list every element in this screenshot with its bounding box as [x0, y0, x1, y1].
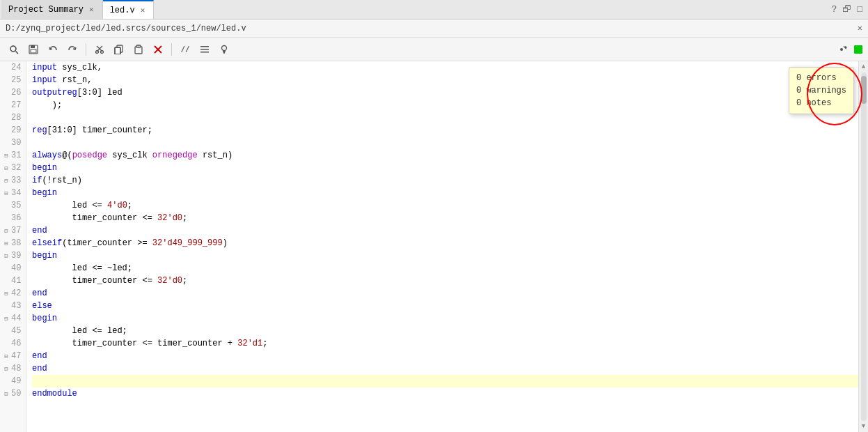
tab-label: Project Summary: [8, 5, 84, 15]
code-line[interactable]: end: [32, 350, 858, 362]
copy-button[interactable]: [111, 41, 127, 58]
tab-led-v[interactable]: led.v ✕: [103, 0, 155, 19]
code-line[interactable]: else: [32, 300, 858, 312]
code-line[interactable]: [32, 137, 858, 149]
fold-icon[interactable]: ⊟: [3, 290, 10, 297]
tab-project-summary[interactable]: Project Summary ✕: [1, 0, 103, 19]
code-line[interactable]: always@(posedge sys_clk or negedge rst_n…: [32, 149, 858, 162]
fold-icon: [3, 64, 10, 71]
line-number-row: 25: [0, 74, 26, 86]
fold-icon[interactable]: ⊟: [3, 353, 10, 360]
line-number-row: 49: [0, 375, 26, 387]
svg-line-1: [16, 51, 19, 54]
settings-button[interactable]: [833, 41, 850, 58]
fold-icon: [3, 89, 10, 96]
maximize-icon[interactable]: □: [857, 4, 862, 15]
fold-icon: [3, 139, 10, 146]
fold-icon: [3, 378, 10, 385]
restore-icon[interactable]: 🗗: [842, 4, 851, 15]
tab-close-project-summary[interactable]: ✕: [88, 4, 95, 15]
paste-button[interactable]: [130, 41, 147, 58]
help-icon[interactable]: ?: [831, 4, 837, 15]
comment-button[interactable]: //: [177, 41, 194, 58]
status-indicator[interactable]: [854, 45, 862, 54]
file-path: D:/zynq_project/led/led.srcs/sources_1/n…: [6, 24, 246, 33]
fold-icon: [3, 127, 10, 134]
code-line[interactable]: led <= led;: [32, 325, 858, 337]
svg-point-0: [10, 46, 16, 52]
code-line[interactable]: );: [32, 99, 858, 111]
code-line[interactable]: led <= ~led;: [32, 262, 858, 275]
line-number-row: ⊟34: [0, 187, 26, 199]
fold-icon[interactable]: ⊟: [3, 177, 10, 184]
code-line[interactable]: endmodule: [32, 387, 858, 400]
fold-icon[interactable]: ⊟: [3, 164, 10, 171]
code-line[interactable]: reg[31:0] timer_counter;: [32, 124, 858, 137]
tab-bar: Project Summary ✕ led.v ✕ ? 🗗 □: [0, 0, 868, 20]
fold-icon[interactable]: ⊟: [3, 315, 10, 322]
scrollbar[interactable]: ▲ ▼: [858, 61, 868, 432]
code-line[interactable]: begin: [32, 187, 858, 199]
status-area: [833, 41, 862, 58]
path-close-icon[interactable]: ✕: [858, 23, 862, 33]
line-number-row: 35: [0, 199, 26, 212]
indent-button[interactable]: [196, 41, 213, 58]
code-line[interactable]: if(!rst_n): [32, 174, 858, 187]
code-line[interactable]: end: [32, 224, 858, 237]
svg-rect-3: [31, 45, 35, 48]
toolbar: //: [0, 38, 868, 61]
save-button[interactable]: [25, 41, 42, 58]
separator-2: [171, 43, 172, 56]
fold-icon[interactable]: ⊟: [3, 252, 10, 259]
tab-close-led-v[interactable]: ✕: [139, 5, 147, 15]
line-number-row: 40: [0, 262, 26, 275]
undo-button[interactable]: [45, 41, 61, 58]
svg-rect-18: [200, 52, 209, 53]
scroll-up-arrow[interactable]: ▲: [860, 63, 868, 71]
line-number-row: 45: [0, 325, 26, 337]
svg-point-19: [222, 45, 227, 50]
code-line[interactable]: input sys_clk,: [32, 61, 858, 74]
fold-icon[interactable]: ⊟: [3, 152, 10, 159]
redo-button[interactable]: [64, 41, 81, 58]
code-line[interactable]: begin: [32, 249, 858, 262]
code-line[interactable]: end: [32, 287, 858, 300]
line-number-row: ⊟33: [0, 174, 26, 187]
delete-button[interactable]: [150, 41, 166, 58]
code-line[interactable]: begin: [32, 162, 858, 174]
svg-rect-10: [115, 47, 120, 54]
code-line[interactable]: begin: [32, 312, 858, 325]
code-line[interactable]: end: [32, 362, 858, 375]
code-line[interactable]: [32, 111, 858, 124]
search-button[interactable]: [6, 41, 22, 58]
svg-rect-13: [136, 45, 141, 47]
code-content[interactable]: input sys_clk, input rst_n, output reg[3…: [26, 61, 858, 432]
scroll-track[interactable]: [861, 72, 867, 421]
fold-icon[interactable]: ⊟: [3, 365, 10, 372]
fold-icon[interactable]: ⊟: [3, 227, 10, 234]
code-line[interactable]: timer_counter <= timer_counter + 32'd1;: [32, 337, 858, 350]
svg-rect-16: [200, 46, 209, 47]
line-number-row: ⊟48: [0, 362, 26, 375]
code-line[interactable]: input rst_n,: [32, 74, 858, 86]
line-number-row: 30: [0, 137, 26, 149]
cut-button[interactable]: [91, 41, 108, 58]
code-line[interactable]: else if(timer_counter >= 32'd49_999_999): [32, 237, 858, 249]
line-number-row: ⊟39: [0, 249, 26, 262]
fold-icon[interactable]: ⊟: [3, 390, 10, 397]
code-line[interactable]: timer_counter <= 32'd0;: [32, 275, 858, 287]
fold-icon[interactable]: ⊟: [3, 240, 10, 247]
fold-icon[interactable]: ⊟: [3, 190, 10, 196]
code-line[interactable]: [32, 375, 858, 387]
code-line[interactable]: led <= 4'd0;: [32, 199, 858, 212]
line-number-row: ⊟47: [0, 350, 26, 362]
line-number-row: ⊟32: [0, 162, 26, 174]
scroll-thumb[interactable]: [861, 76, 867, 104]
scroll-down-arrow[interactable]: ▼: [860, 422, 868, 431]
line-number-row: ⊟37: [0, 224, 26, 237]
line-number-row: ⊟38: [0, 237, 26, 249]
fold-icon: [3, 77, 10, 84]
code-line[interactable]: timer_counter <= 32'd0;: [32, 212, 858, 224]
lightbulb-button[interactable]: [216, 41, 232, 58]
code-line[interactable]: output reg[3:0] led: [32, 86, 858, 99]
